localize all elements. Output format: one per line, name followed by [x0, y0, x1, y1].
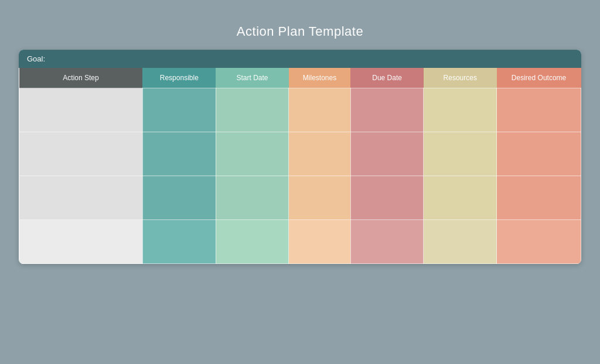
table-cell-start[interactable]: [216, 88, 289, 132]
table-row[interactable]: [19, 132, 581, 176]
goal-label: Goal:: [27, 54, 45, 63]
table-cell-mile[interactable]: [289, 176, 350, 220]
table-row[interactable]: [19, 176, 581, 220]
table-cell-res[interactable]: [424, 88, 497, 132]
header-milestones: Milestones: [289, 68, 350, 88]
header-responsible: Responsible: [142, 68, 216, 88]
table-cell-resp[interactable]: [142, 176, 216, 220]
table-cell-start[interactable]: [216, 176, 289, 220]
table-cell-due[interactable]: [350, 176, 424, 220]
table-cell-action[interactable]: [19, 88, 143, 132]
header-resources: Resources: [424, 68, 497, 88]
header-action-step: Action Step: [19, 68, 143, 88]
table-cell-mile[interactable]: [289, 220, 350, 264]
table-cell-resp[interactable]: [142, 132, 216, 176]
table-cell-mile[interactable]: [289, 132, 350, 176]
table-cell-desired[interactable]: [497, 88, 581, 132]
table-cell-desired[interactable]: [497, 220, 581, 264]
table-cell-action[interactable]: [19, 176, 143, 220]
table-body: [19, 88, 581, 264]
table-cell-desired[interactable]: [497, 176, 581, 220]
header-start-date: Start Date: [216, 68, 289, 88]
goal-bar: Goal:: [19, 50, 581, 68]
table-container: Goal: Action Step Responsible Start Date…: [19, 50, 581, 264]
table-cell-action[interactable]: [19, 132, 143, 176]
table-cell-start[interactable]: [216, 220, 289, 264]
table-cell-desired[interactable]: [497, 132, 581, 176]
table-row[interactable]: [19, 88, 581, 132]
table-cell-due[interactable]: [350, 88, 424, 132]
table-cell-due[interactable]: [350, 132, 424, 176]
action-plan-table: Action Step Responsible Start Date Miles…: [19, 68, 581, 264]
page-wrapper: Action Plan Template Goal: Action Step R…: [19, 24, 581, 340]
table-cell-resp[interactable]: [142, 88, 216, 132]
page-title: Action Plan Template: [237, 24, 363, 39]
table-cell-resp[interactable]: [142, 220, 216, 264]
table-cell-res[interactable]: [424, 176, 497, 220]
header-row: Action Step Responsible Start Date Miles…: [19, 68, 581, 88]
table-cell-mile[interactable]: [289, 88, 350, 132]
header-due-date: Due Date: [350, 68, 424, 88]
table-row[interactable]: [19, 220, 581, 264]
table-cell-action[interactable]: [19, 220, 143, 264]
table-cell-res[interactable]: [424, 220, 497, 264]
table-cell-res[interactable]: [424, 132, 497, 176]
table-cell-start[interactable]: [216, 132, 289, 176]
table-cell-due[interactable]: [350, 220, 424, 264]
header-desired-outcome: Desired Outcome: [497, 68, 581, 88]
